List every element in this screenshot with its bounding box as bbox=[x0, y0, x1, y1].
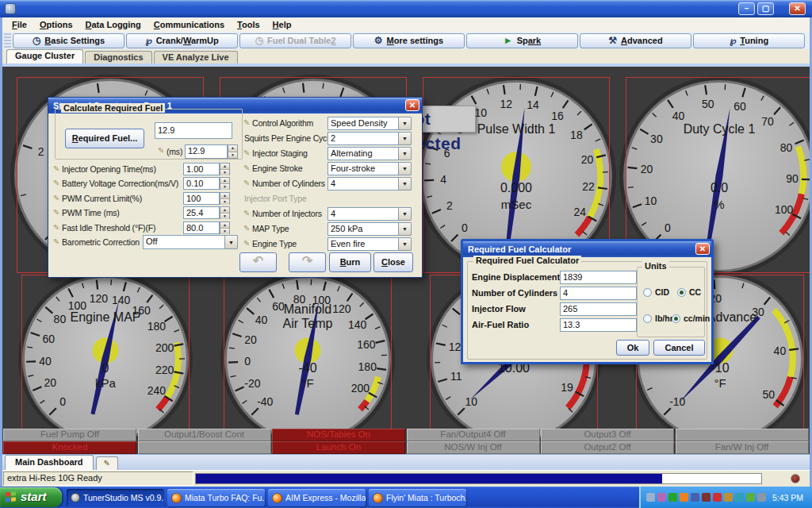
taskbar-task-2[interactable]: Miata Turbo FAQ: Fu... bbox=[167, 489, 265, 506]
volume-icon[interactable] bbox=[702, 493, 710, 502]
menu-tools[interactable]: Tools bbox=[231, 18, 266, 31]
indicator-knocked[interactable]: Knocked bbox=[3, 441, 136, 454]
toolbar-button-more-settings[interactable]: ⚙More settings bbox=[353, 33, 465, 48]
network-monitor-icon[interactable] bbox=[646, 493, 655, 502]
field-pwm-time-ms-[interactable]: 25.4 bbox=[183, 206, 220, 219]
indicator-fan-w-inj-off[interactable]: Fan/W Inj Off bbox=[676, 441, 809, 454]
dropdown-arrow-icon[interactable]: ▼ bbox=[398, 222, 412, 236]
rfc-close-icon[interactable]: ✕ bbox=[695, 243, 710, 255]
select-control-algorithm[interactable]: Speed Density bbox=[327, 117, 399, 130]
menu-file[interactable]: File bbox=[6, 18, 33, 31]
new-dashboard-tab-icon[interactable]: ✎ bbox=[96, 456, 118, 470]
burn-button[interactable]: Burn bbox=[329, 252, 371, 272]
undo-button[interactable]: ↶ bbox=[239, 252, 277, 272]
cancel-button[interactable]: Cancel bbox=[653, 340, 705, 356]
select-number-of-injectors[interactable]: 4 bbox=[327, 207, 399, 221]
radio-cc[interactable] bbox=[677, 288, 686, 297]
close-button[interactable]: ✕ bbox=[789, 2, 806, 15]
field-air-fuel-ratio[interactable]: 13.3 bbox=[560, 318, 637, 332]
security-alert-icon[interactable] bbox=[713, 493, 722, 502]
radio-cid[interactable] bbox=[643, 288, 652, 297]
standard-constants-close-icon[interactable]: ✕ bbox=[405, 99, 419, 111]
toolbar-grip[interactable] bbox=[4, 33, 11, 48]
title-bar[interactable]: – ▢ ✕ bbox=[0, 0, 812, 17]
tab-main-dashboard[interactable]: Main Dashboard bbox=[5, 455, 94, 470]
toolbar-button-tuning[interactable]: ℘Tuning bbox=[693, 33, 805, 48]
select-number-of-cylinders[interactable]: 4 bbox=[327, 177, 399, 190]
field-pwm-current-limit-[interactable]: 100 bbox=[183, 192, 220, 205]
dropdown-arrow-icon[interactable]: ▼ bbox=[398, 117, 412, 130]
indicator-empty[interactable] bbox=[138, 441, 271, 454]
taskbar-task-1[interactable]: TunerStudio MS v0.9... bbox=[67, 489, 164, 506]
toolbar-button-crank-warmup[interactable]: ℘Crank/WarmUp bbox=[126, 33, 238, 48]
indicator-empty[interactable] bbox=[676, 429, 809, 441]
dropdown-arrow-icon[interactable]: ▼ bbox=[398, 147, 412, 160]
barometric-correction-select[interactable]: Off bbox=[143, 235, 225, 249]
indicator-output3-off[interactable]: Output3 Off bbox=[541, 429, 674, 441]
taskbar-task-3[interactable]: AIM Express - Mozilla ... bbox=[268, 489, 366, 506]
select-engine-stroke[interactable]: Four-stroke bbox=[327, 162, 399, 175]
dropdown-arrow-icon[interactable]: ▼ bbox=[398, 132, 412, 145]
tab-gauge-cluster[interactable]: Gauge Cluster bbox=[6, 49, 83, 64]
dropdown-arrow-icon[interactable]: ▼ bbox=[398, 237, 412, 251]
network-icon[interactable] bbox=[735, 493, 744, 502]
app-icon[interactable] bbox=[691, 493, 699, 502]
menu-options[interactable]: Options bbox=[33, 18, 79, 31]
minimize-button[interactable]: – bbox=[738, 2, 755, 15]
menu-help[interactable]: Help bbox=[266, 18, 298, 31]
indicator-nos-tables-on[interactable]: NOS/Tables On bbox=[272, 429, 405, 441]
indicator-fan-output4-off[interactable]: Fan/Output4 Off bbox=[407, 429, 540, 441]
required-fuel-button[interactable]: Required Fuel... bbox=[65, 129, 144, 148]
menu-communications[interactable]: Communications bbox=[147, 18, 231, 31]
required-fuel-ms-field[interactable]: 12.9 bbox=[185, 144, 228, 159]
indicator-output1-boost-cont[interactable]: Output1/Boost Cont bbox=[138, 429, 271, 441]
dropdown-arrow-icon[interactable]: ▼ bbox=[398, 162, 412, 175]
select-engine-type[interactable]: Even fire bbox=[327, 237, 399, 251]
indicator-nos-w-inj-off[interactable]: NOS/W Inj Off bbox=[407, 441, 540, 454]
spinner[interactable]: ▲▼ bbox=[220, 206, 230, 219]
field-number-of-cylinders[interactable]: 4 bbox=[560, 287, 637, 300]
radio-cc-min[interactable] bbox=[672, 314, 680, 323]
close-button[interactable]: Close bbox=[373, 252, 413, 272]
field-fast-idle-threshold-f-f-[interactable]: 80.0 bbox=[183, 221, 220, 234]
signal-strength-icon[interactable] bbox=[668, 493, 677, 502]
manifold-air-temp[interactable]: -40-20020406080100120140160180200Manifol… bbox=[216, 267, 400, 451]
tab-diagnostics[interactable]: Diagnostics bbox=[85, 51, 151, 64]
engine-map[interactable]: 020406080100120140160180200220240Engine … bbox=[13, 267, 197, 451]
antivirus-icon[interactable] bbox=[746, 493, 755, 502]
select-map-type[interactable]: 250 kPa bbox=[327, 222, 399, 236]
dropdown-arrow-icon[interactable]: ▼ bbox=[398, 177, 412, 190]
firefox-icon[interactable] bbox=[680, 493, 688, 502]
redo-button[interactable]: ↷ bbox=[289, 252, 326, 272]
messenger-icon[interactable] bbox=[657, 493, 666, 502]
field-injector-opening-time-ms-[interactable]: 1.00 bbox=[183, 163, 220, 175]
ok-button[interactable]: Ok bbox=[616, 340, 649, 356]
toolbar-button-advanced[interactable]: ⚒Advanced bbox=[580, 33, 691, 48]
tab-ve-analyze-live[interactable]: VE Analyze Live bbox=[154, 51, 238, 64]
maximize-button[interactable]: ▢ bbox=[757, 2, 774, 15]
select-injector-staging[interactable]: Alternating bbox=[327, 147, 399, 160]
spinner[interactable]: ▲▼ bbox=[220, 192, 230, 205]
select-squirts-per-engine-cycle[interactable]: 2 bbox=[327, 132, 399, 145]
menu-data-logging[interactable]: Data Logging bbox=[79, 18, 147, 31]
usb-icon[interactable] bbox=[757, 493, 766, 502]
taskbar-clock[interactable]: 5:43 PM bbox=[772, 493, 803, 502]
field-engine-displacement[interactable]: 1839 bbox=[560, 271, 637, 284]
required-fuel-value-field[interactable]: 12.9 bbox=[155, 122, 232, 139]
indicator-launch-on[interactable]: Launch On bbox=[272, 441, 405, 454]
indicator-output2-off[interactable]: Output2 Off bbox=[541, 441, 674, 454]
dropdown-arrow-icon[interactable]: ▼ bbox=[224, 235, 238, 249]
spinner[interactable]: ▲▼ bbox=[220, 163, 230, 175]
dropdown-arrow-icon[interactable]: ▼ bbox=[398, 207, 412, 221]
radio-lb-hr[interactable] bbox=[643, 314, 652, 323]
field-injector-flow[interactable]: 265 bbox=[560, 302, 637, 316]
field-battery-voltage-correction-ms-v-[interactable]: 0.10 bbox=[183, 177, 220, 190]
rfc-title-bar[interactable]: Required Fuel Calculator bbox=[463, 241, 711, 257]
start-button[interactable]: start bbox=[0, 487, 62, 507]
clock-icon[interactable] bbox=[724, 493, 733, 502]
toolbar-button-basic-settings[interactable]: ◷Basic Settings bbox=[13, 33, 124, 48]
taskbar-task-4[interactable]: Flyin' Miata : Turboch... bbox=[369, 489, 466, 506]
spinner[interactable]: ▲▼ bbox=[220, 177, 230, 190]
toolbar-button-spark[interactable]: ►Spark bbox=[466, 33, 578, 48]
indicator-fuel-pump-off[interactable]: Fuel Pump Off bbox=[3, 429, 136, 441]
